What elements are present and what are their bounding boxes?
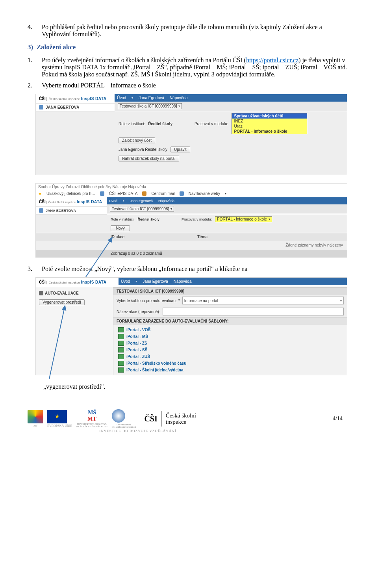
- form-item[interactable]: iPortal - Středisko volného času: [117, 360, 344, 367]
- col-tema: Téma: [197, 235, 344, 239]
- tab-user[interactable]: Jana Egertová: [130, 199, 153, 203]
- body: Vyberte modul PORTÁL – informace o škole: [42, 82, 349, 89]
- form-item[interactable]: iPortal - ZŠ: [117, 340, 344, 347]
- list-item-3-3: 3. Poté zvolte možnost „Nový", vyberte š…: [28, 265, 350, 273]
- favicon-icon: [180, 191, 184, 196]
- form-icon: [118, 361, 124, 366]
- chevron-down-icon: ▾: [135, 280, 137, 283]
- module-option[interactable]: INEZ: [232, 119, 307, 124]
- screenshot-2: Soubor Úpravy Zobrazit Oblíbené položky …: [35, 183, 347, 258]
- tab-help[interactable]: Nápověda: [158, 199, 174, 203]
- body: Poté zvolte možnost „Nový", vyberte šabl…: [42, 265, 349, 273]
- favicon-icon: [100, 191, 104, 196]
- body: Pro účely zveřejnění informací o školách…: [42, 57, 349, 78]
- user-icon: [39, 105, 43, 109]
- top-nav: Úvod ▾ Jana Egertová Nápověda: [115, 94, 347, 102]
- page-number: 4/14: [333, 415, 343, 422]
- bookmark[interactable]: Navrhované weby: [189, 191, 220, 196]
- form-item[interactable]: iPortal - ZUŠ: [117, 353, 344, 360]
- role-value: Ředitel školy: [148, 122, 172, 126]
- esf-logo: esf: [28, 410, 43, 428]
- name-input[interactable]: [163, 308, 344, 315]
- school-select[interactable]: Testovací škola ICT [009999998] ▾: [118, 103, 182, 109]
- form-label: iPortal - Školní jídelna/výdejna: [126, 368, 183, 372]
- forms-header: FORMULÁŘE ZAŘAZENÉ DO AUTO-EVALUAČNÍ ŠAB…: [113, 317, 347, 325]
- template-label: Vyberte šablonu pro auto-evaluaci: *: [117, 299, 180, 303]
- form-item[interactable]: iPortal - VOŠ: [117, 326, 344, 333]
- template-value: Informace na portál: [184, 299, 218, 303]
- bookmark[interactable]: ČŠI iEPIS DATA: [109, 191, 137, 196]
- portal-link[interactable]: https://portal.csicr.cz: [246, 57, 298, 63]
- module-value: PORTÁL - informace o škole: [217, 217, 267, 221]
- school-header: TESTOVACÍ ŠKOLA ICT [009999998]: [113, 287, 347, 295]
- upload-image-button[interactable]: Nahrát obrázek školy na portál: [119, 156, 179, 161]
- bookmark[interactable]: Centrum mail: [151, 191, 174, 196]
- role-label: Role v instituci:: [111, 217, 135, 221]
- module-option[interactable]: Úraz: [232, 124, 307, 129]
- page-footer: esf ★ EVROPSKÁ UNIE MŠMT MINISTERSTVO ŠK…: [28, 406, 350, 428]
- num: 3.: [28, 265, 40, 273]
- tab-user[interactable]: Jana Egertová: [143, 279, 168, 284]
- table-empty: Žádné záznamy nebyly nalezeny: [36, 241, 347, 250]
- list-item-4: 4. Po přihlášení pak ředitel nebo pracov…: [28, 24, 350, 38]
- generate-env-button[interactable]: Vygenerovat prostředí: [39, 299, 85, 305]
- gear-icon: [39, 291, 43, 295]
- tab-uvod[interactable]: Úvod: [121, 279, 130, 284]
- chevron-down-icon: ▾: [225, 192, 226, 195]
- form-item[interactable]: iPortal - MŠ: [117, 333, 344, 340]
- module-label: Pracovat v modulu:: [195, 122, 228, 126]
- tab-user[interactable]: Jana Egertová: [139, 96, 164, 100]
- screenshot-1: ČŠI Česká školní inspekce InspIS DATA JA…: [35, 94, 347, 175]
- user-name: JANA EGERTOVÁ: [46, 105, 80, 109]
- list-item-3-2: 2. Vyberte modul PORTÁL – informace o šk…: [28, 82, 350, 89]
- table-footer: Zobrazuji 0 až 0 z 0 záznamů: [36, 250, 347, 257]
- template-select[interactable]: Informace na portál ▾: [182, 297, 344, 304]
- csi-sub: Česká školní inspekce: [46, 97, 80, 101]
- role-label: Role v instituci:: [119, 122, 145, 126]
- module-option-portal[interactable]: PORTÁL - informace o škole: [232, 129, 307, 134]
- csi-abbr: ČŠI: [39, 280, 46, 284]
- csi-logo: ČŠI: [144, 414, 157, 423]
- form-item[interactable]: iPortal - Školní jídelna/výdejna: [117, 367, 344, 373]
- bookmarks-bar: ★ Ukázkový jídelníček pro h… ČŠI iEPIS D…: [36, 190, 347, 197]
- csi-full: Česká školníinspekce: [166, 412, 196, 425]
- browser-menu: Soubor Úpravy Zobrazit Oblíbené položky …: [36, 184, 347, 190]
- footer-tagline: INVESTICE DO ROZVOJE VZDĚLÁVÁNÍ: [67, 429, 209, 433]
- tab-help[interactable]: Nápověda: [174, 279, 192, 284]
- school-select[interactable]: Testovací škola ICT [009999998] ▾: [110, 206, 174, 212]
- tab-uvod[interactable]: Úvod: [109, 199, 117, 203]
- form-label: iPortal - Středisko volného času: [126, 361, 186, 365]
- tab-uvod[interactable]: Úvod: [117, 96, 126, 100]
- form-icon: [118, 354, 124, 359]
- new-account-button[interactable]: Založit nový účet: [119, 137, 155, 143]
- screenshot-2-wrap: Soubor Úpravy Zobrazit Oblíbené položky …: [28, 183, 350, 258]
- col-id: ID akce: [111, 235, 197, 239]
- bookmark[interactable]: Ukázkový jídelníček pro h…: [46, 191, 95, 196]
- form-label: iPortal - ZUŠ: [126, 354, 150, 359]
- chevron-down-icon: ▾: [178, 104, 180, 108]
- tail-text: „vygenerovat prostředí".: [43, 383, 350, 390]
- csi-abbr: ČŠI: [39, 96, 46, 101]
- new-button[interactable]: Nový: [111, 225, 130, 231]
- role-value: Ředitel školy: [138, 217, 160, 221]
- form-label: iPortal - VOŠ: [126, 328, 150, 332]
- module-select[interactable]: PORTÁL - informace o škole ▾: [215, 216, 272, 222]
- form-label: iPortal - ZŠ: [126, 341, 147, 345]
- tab-help[interactable]: Nápověda: [170, 96, 188, 100]
- section-num: 3): [28, 43, 33, 51]
- star-icon: ★: [38, 191, 42, 196]
- edit-button[interactable]: Upravit: [170, 147, 190, 152]
- form-label: iPortal - SŠ: [126, 348, 147, 352]
- school-value: Testovací škola ICT [009999998]: [112, 207, 169, 211]
- body: Po přihlášení pak ředitel nebo pracovník…: [42, 24, 349, 38]
- eu-flag: ★ EVROPSKÁ UNIE: [47, 410, 72, 428]
- screenshot-3-wrap: ČŠI Česká školní inspekce InspIS DATA Úv…: [28, 277, 350, 375]
- chevron-down-icon: ▾: [269, 217, 270, 221]
- footer-logos: esf ★ EVROPSKÁ UNIE MŠMT MINISTERSTVO ŠK…: [28, 409, 196, 428]
- num: 2.: [28, 82, 40, 89]
- form-item[interactable]: iPortal - SŠ: [117, 347, 344, 353]
- user-name: JANA EGERTOVÁ: [46, 209, 76, 213]
- chevron-down-icon: ▾: [132, 96, 133, 100]
- module-dropdown[interactable]: Správa uživatelských účtů INEZ Úraz PORT…: [232, 113, 307, 134]
- logo-text: ČŠI Česká školní inspekce InspIS DATA: [39, 96, 106, 101]
